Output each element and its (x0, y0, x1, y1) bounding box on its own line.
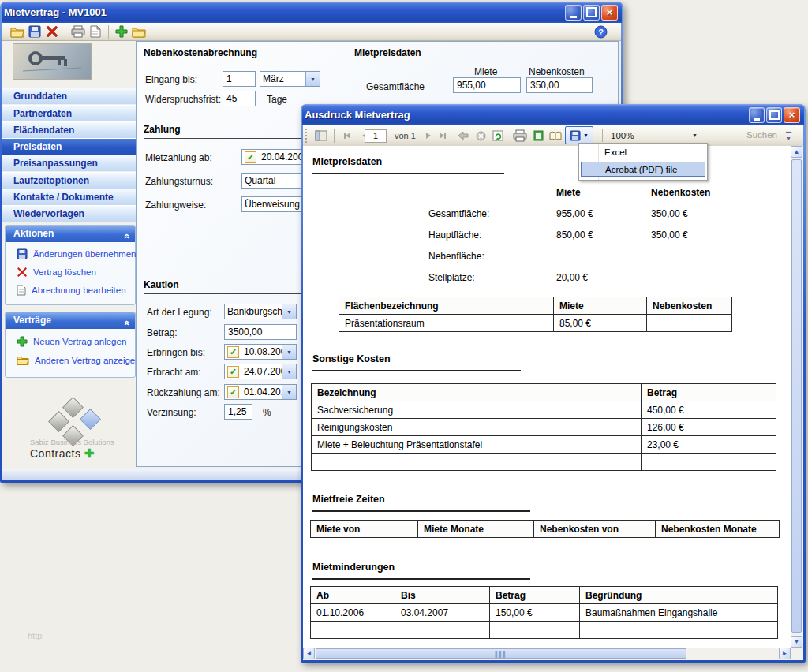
dialog-maximize-button[interactable] (766, 107, 782, 123)
dialog-titlebar[interactable]: Ausdruck Mietvertrag × (302, 104, 804, 125)
chevron-down-icon[interactable]: ▼ (282, 364, 296, 379)
erbringen-bis-field[interactable]: ✓ 10.08.2004 ▼ (224, 344, 297, 360)
collapse-chevron-icon[interactable]: « (118, 320, 135, 326)
page-setup-button[interactable] (547, 128, 564, 144)
first-page-button[interactable] (339, 128, 356, 144)
open-folder-button[interactable] (9, 24, 26, 39)
chevron-down-icon[interactable]: ▼ (282, 304, 296, 319)
erbracht-am-field[interactable]: ✓ 24.07.2004 ▼ (224, 364, 297, 379)
rueckzahlung-am-field[interactable]: ✓ 01.04.2010 ▼ (224, 384, 297, 400)
scroll-right-button[interactable]: ► (779, 648, 791, 659)
sidebar-item-partnerdaten[interactable]: Partnerdaten (2, 105, 137, 121)
export-button[interactable]: ▼ (565, 126, 593, 144)
close-button[interactable]: × (601, 5, 618, 21)
gesamtflaeche-miete-input[interactable] (453, 77, 521, 93)
print-button[interactable] (69, 24, 87, 39)
action-vertrag-loeschen[interactable]: Vertrag löschen (17, 267, 96, 278)
horizontal-scroll-thumb[interactable]: ▌▌▌ (316, 648, 686, 659)
horizontal-scrollbar[interactable]: ◄ ▌▌▌ ► (303, 648, 791, 660)
collapse-chevron-icon[interactable]: « (118, 233, 135, 239)
erbringen-bis-value: 10.08.2004 (241, 346, 282, 357)
action-label: Neuen Vertrag anlegen (33, 337, 126, 346)
action-label: Abrechnung bearbeiten (32, 286, 126, 295)
stop-button[interactable] (472, 128, 489, 144)
report-print-button[interactable] (511, 128, 529, 144)
zoom-select[interactable]: 100% ▼ (606, 129, 701, 142)
chevron-down-icon[interactable]: ▼ (282, 385, 296, 399)
art-der-legung-label: Art der Legung: (147, 307, 212, 318)
save-button[interactable] (26, 24, 43, 39)
table-cell (490, 622, 580, 639)
erbringen-bis-label: Erbringen bis: (147, 347, 205, 358)
page-number-input[interactable]: 1 (365, 129, 387, 143)
checkbox-checked-icon[interactable]: ✓ (227, 346, 239, 358)
chevron-down-icon[interactable]: ▼ (692, 133, 701, 138)
verzinsung-input[interactable] (224, 404, 252, 420)
sidebar-item-preisdaten[interactable]: Preisdaten (2, 138, 137, 155)
aktionen-panel-header[interactable]: Aktionen « (6, 226, 135, 242)
toolbar-grip[interactable] (305, 129, 310, 143)
refresh-button[interactable] (489, 128, 507, 144)
eingang-bis-input[interactable] (223, 71, 256, 87)
action-aenderungen-uebernehmen[interactable]: Änderungen übernehmen (17, 248, 136, 259)
dialog-close-button[interactable]: × (784, 107, 800, 123)
scroll-up-button[interactable]: ▲ (791, 146, 802, 158)
vertical-scroll-thumb[interactable] (791, 159, 802, 633)
gesamtflaeche-label: Gesamtfläche (366, 81, 425, 92)
widerspruchsfrist-input[interactable] (223, 91, 256, 106)
art-der-legung-select[interactable]: Bankbürgschaf ▼ (224, 304, 297, 319)
last-page-button[interactable] (434, 128, 451, 144)
action-abrechnung-bearbeiten[interactable]: Abrechnung bearbeiten (17, 285, 126, 296)
report-viewport[interactable]: Mietpreisdaten Miete Nebenkosten Gesamtf… (303, 146, 791, 648)
chevron-down-icon[interactable]: ▼ (282, 345, 296, 359)
refresh-icon (492, 130, 503, 141)
sidebar-item-wiedervorlagen[interactable]: Wiedervorlagen (2, 205, 137, 222)
monat-select[interactable]: März ▼ (260, 71, 320, 87)
help-button[interactable]: ? (594, 25, 608, 41)
sidebar-item-kontakte-dokumente[interactable]: Kontakte / Dokumente (2, 189, 137, 205)
vertraege-panel-header[interactable]: Verträge « (6, 312, 135, 329)
checkbox-checked-icon[interactable]: ✓ (227, 386, 239, 398)
scroll-left-button[interactable]: ◄ (303, 648, 315, 659)
report-heading-sonstige-kosten: Sonstige Kosten (312, 353, 521, 371)
maximize-button[interactable] (583, 5, 600, 21)
betrag-input[interactable] (224, 324, 297, 340)
chevron-down-icon[interactable]: ▼ (305, 72, 320, 86)
keys-photo (13, 43, 92, 80)
betrag-label: Betrag: (147, 327, 178, 338)
document-button[interactable] (87, 24, 104, 39)
checkbox-checked-icon[interactable]: ✓ (245, 151, 256, 163)
back-button[interactable] (454, 128, 472, 144)
minderung-table: Ab Bis Betrag Begründung 01.10.2006 03.0… (310, 586, 778, 639)
zahlungweise-field[interactable]: Überweisung (241, 196, 303, 212)
open-contract-button[interactable] (130, 24, 148, 39)
zahlungsturnus-field[interactable]: Quartal (241, 173, 303, 189)
scroll-down-button[interactable]: ▼ (791, 636, 802, 648)
vertraege-panel: Verträge « Neuen Vertrag anlegen Anderen… (5, 312, 136, 378)
add-button[interactable] (113, 24, 130, 39)
action-anderen-vertrag-anzeigen[interactable]: Anderen Vertrag anzeigen (17, 355, 140, 365)
rueckzahlung-am-value: 01.04.2010 (241, 386, 282, 398)
table-row: Reinigungskosten 126,00 € (312, 419, 776, 436)
sidebar-item-grunddaten[interactable]: Grunddaten (2, 88, 137, 104)
mietzahlung-ab-field[interactable]: ✓ 20.04.2004 (241, 149, 303, 165)
gesamtflaeche-nebenkosten-input[interactable] (526, 77, 593, 93)
sidebar-item-preisanpassungen[interactable]: Preisanpassungen (2, 155, 137, 171)
toolbar-overflow-button[interactable]: ▬▼ (786, 128, 791, 142)
main-window-titlebar[interactable]: Mietvertrag - MV1001 × (2, 2, 622, 23)
vertical-scrollbar[interactable]: ▲ ▼ (791, 146, 803, 648)
document-map-button[interactable] (312, 128, 330, 144)
sidebar-item-flaechendaten[interactable]: Flächendaten (2, 121, 137, 138)
minimize-button[interactable] (565, 5, 582, 21)
dialog-minimize-button[interactable] (749, 107, 765, 123)
print-layout-button[interactable] (529, 128, 547, 144)
table-header-cell: Miete von (311, 521, 418, 538)
menu-item-acrobat-pdf[interactable]: Acrobat (PDF) file (581, 162, 705, 177)
menu-item-excel[interactable]: Excel (581, 145, 705, 160)
delete-button[interactable] (43, 24, 61, 39)
action-label: Vertrag löschen (33, 267, 96, 277)
table-cell (580, 622, 778, 639)
action-neuen-vertrag-anlegen[interactable]: Neuen Vertrag anlegen (17, 336, 126, 347)
sidebar-item-laufzeitoptionen[interactable]: Laufzeitoptionen (2, 172, 137, 189)
checkbox-checked-icon[interactable]: ✓ (227, 366, 239, 378)
